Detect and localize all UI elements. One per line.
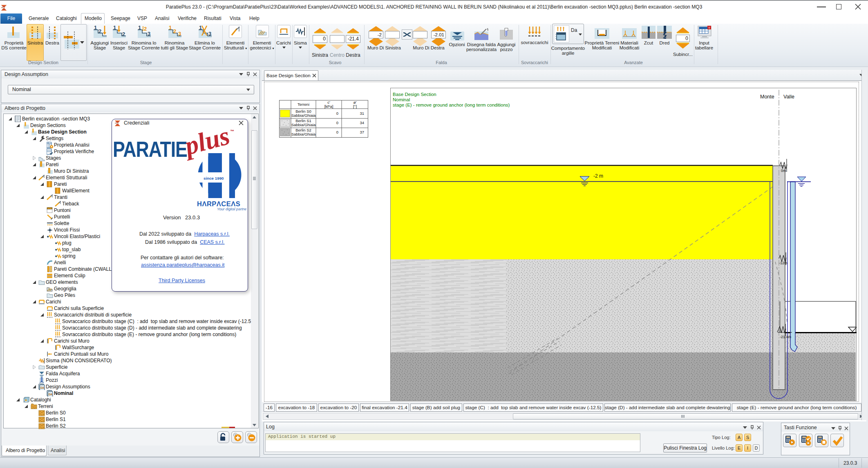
svg-text:Sabbia/Ghiaia: Sabbia/Ghiaia: [291, 113, 316, 118]
svg-text:34: 34: [360, 120, 364, 125]
svg-text:3: 3: [148, 31, 150, 37]
svg-text:[kPa]: [kPa]: [324, 104, 333, 109]
svg-text:Valle: Valle: [783, 94, 794, 100]
svg-text:0: 0: [336, 120, 338, 125]
svg-text:Sabbia/Ghiaia: Sabbia/Ghiaia: [291, 123, 316, 127]
svg-text:31: 31: [360, 111, 364, 116]
svg-text:-21.4m: -21.4m: [780, 335, 791, 339]
svg-text:since 1990: since 1990: [204, 176, 224, 181]
svg-text:Your digital partner: Your digital partner: [217, 207, 246, 211]
svg-text:2: 2: [144, 26, 147, 32]
svg-text:Terreni: Terreni: [298, 102, 309, 107]
svg-text:-2 m: -2 m: [593, 173, 603, 179]
svg-text:Monte: Monte: [760, 94, 774, 100]
svg-text:1: 1: [138, 25, 141, 31]
svg-text:1: 1: [169, 25, 172, 31]
svg-text:HΛRPΛCEΛS: HΛRPΛCEΛS: [197, 200, 240, 207]
svg-text:0: 0: [336, 111, 338, 116]
svg-text:3: 3: [178, 31, 181, 37]
svg-text:2: 2: [122, 31, 125, 37]
svg-text:2: 2: [173, 28, 176, 34]
svg-text:3: 3: [208, 31, 211, 37]
svg-text:37: 37: [360, 130, 364, 134]
svg-text:1: 1: [94, 25, 97, 31]
svg-text:1: 1: [199, 25, 202, 31]
svg-text:Nominal: Nominal: [393, 97, 410, 102]
svg-text:Base Design Section: Base Design Section: [393, 92, 436, 97]
svg-text:1: 1: [113, 25, 116, 31]
svg-text:Sabbia/Ghiaia: Sabbia/Ghiaia: [291, 132, 316, 136]
svg-text:[°]: [°]: [353, 104, 357, 109]
svg-text:T: T: [708, 26, 710, 30]
svg-text:0m: 0m: [781, 169, 786, 173]
svg-text:stage (E) - remove ground anch: stage (E) - remove ground anchor (long t…: [393, 103, 510, 107]
svg-text:2: 2: [98, 28, 101, 34]
svg-text:-12m: -12m: [779, 261, 787, 265]
svg-text:0: 0: [336, 130, 338, 134]
